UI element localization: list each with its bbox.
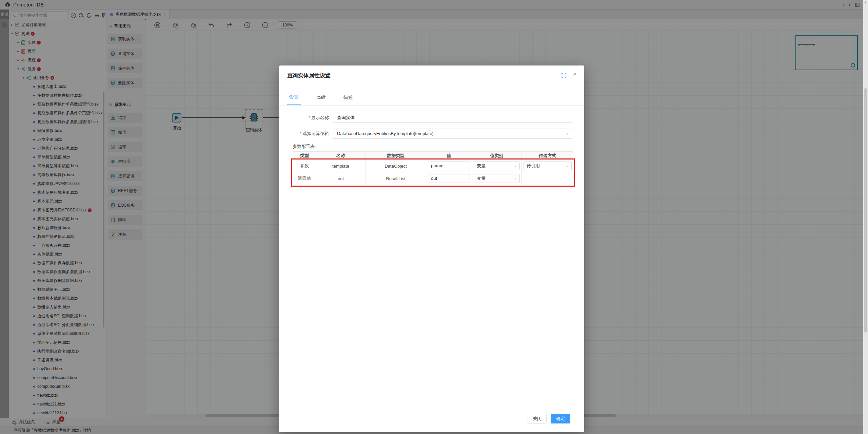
value-input[interactable]: out: [428, 174, 470, 183]
table-header-cell: 值: [426, 152, 472, 160]
chevron-down-icon: ∨: [514, 162, 517, 170]
dialog-tabs: 设置高级描述: [287, 94, 355, 105]
value-category-select[interactable]: 变量∨: [474, 162, 520, 170]
param-type-cell: 参数: [293, 160, 316, 172]
logic-select[interactable]: DatabaseDao.queryEntitiesByTemplate(temp…: [333, 129, 572, 139]
param-type-cell: 返回值: [293, 172, 316, 185]
pass-mode-select[interactable]: 传引用∨: [524, 162, 572, 170]
primeton-ide-window: Primeton-IDE ‹ › 资源 输入关键字搜索 ▸采购订单管理▾测试!▸…: [0, 0, 868, 434]
dialog-tab-描述[interactable]: 描述: [341, 94, 355, 105]
dialog-tab-高级[interactable]: 高级: [314, 94, 328, 105]
value-category-select[interactable]: 变量∨: [474, 174, 520, 183]
dialog-title: 查询实体属性设置: [287, 72, 331, 79]
param-datatype-cell: DataObject: [366, 160, 426, 172]
value-category-cell: 变量∨: [472, 172, 522, 185]
scroll-up-arrow[interactable]: ▲: [863, 0, 868, 5]
table-header-cell: 类型: [293, 152, 316, 160]
value-category-cell: 变量∨: [472, 160, 522, 172]
param-value-cell: out: [426, 172, 472, 185]
param-name-cell: template: [316, 160, 366, 172]
display-name-input[interactable]: 查询实体: [333, 113, 572, 123]
tab-divider: [279, 105, 584, 106]
display-name-label: *显示名称: [280, 113, 329, 123]
param-table-caption: 参数配置表:: [293, 144, 316, 150]
scrollbar-thumb[interactable]: [864, 88, 867, 333]
required-asterisk: *: [300, 131, 301, 136]
query-entity-properties-dialog: 查询实体属性设置 × 设置高级描述 *显示名称 查询实体 *选择运算逻辑 Dat…: [279, 65, 584, 432]
chevron-down-icon: ∨: [514, 174, 517, 183]
chevron-down-icon: ∨: [566, 129, 569, 138]
expand-icon[interactable]: [561, 73, 567, 78]
required-asterisk: *: [309, 115, 310, 120]
table-header-cell: 值类别: [472, 152, 522, 160]
param-name-cell: out: [316, 172, 366, 185]
close-button[interactable]: 关闭: [528, 414, 547, 423]
parameter-table: 类型名称数据类型值值类别传递方式参数templateDataObjectpara…: [293, 151, 573, 185]
close-icon[interactable]: ×: [573, 71, 577, 78]
param-datatype-cell: ResultList: [366, 172, 426, 185]
logic-select-label: *选择运算逻辑: [280, 129, 329, 139]
table-header-cell: 数据类型: [366, 152, 426, 160]
value-input[interactable]: param: [428, 162, 470, 170]
chevron-down-icon: ∨: [566, 162, 569, 170]
table-header-cell: 名称: [316, 152, 366, 160]
ok-button[interactable]: 确定: [551, 414, 570, 423]
window-vertical-scrollbar[interactable]: ▲: [863, 0, 868, 434]
dialog-tab-设置[interactable]: 设置: [287, 94, 301, 105]
pass-mode-cell: [522, 172, 573, 185]
table-header-cell: 传递方式: [522, 152, 573, 160]
pass-mode-cell: 传引用∨: [522, 160, 573, 172]
param-value-cell: param: [426, 160, 472, 172]
